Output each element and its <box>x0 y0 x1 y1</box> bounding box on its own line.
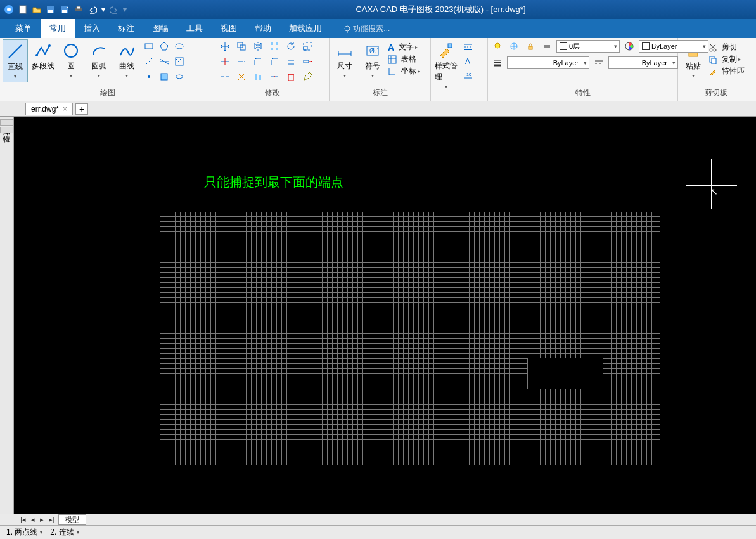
redo-icon[interactable] <box>108 3 120 16</box>
rail-properties[interactable]: 特性 <box>0 127 13 133</box>
line-style-icon[interactable] <box>461 39 475 53</box>
linetype-icon[interactable] <box>592 56 606 70</box>
tab-tools[interactable]: 工具 <box>177 19 212 38</box>
nav-next-icon[interactable]: ▸ <box>39 516 45 524</box>
symbol-button[interactable]: Ø.1 符号▾ <box>360 39 385 81</box>
cursor-icon: ↖ <box>710 186 718 197</box>
polyline-button[interactable]: 多段线 <box>30 39 56 74</box>
table-icon <box>388 55 397 64</box>
rail-library[interactable]: 图库 <box>0 119 13 126</box>
drawing-canvas[interactable]: 只能捕捉到最下面的端点 ↖ <box>14 117 756 514</box>
edit-icon[interactable] <box>300 70 314 84</box>
match-button[interactable]: 特性匹 <box>708 66 745 77</box>
save-icon[interactable] <box>44 3 57 16</box>
open-icon[interactable] <box>30 3 43 16</box>
array-icon[interactable] <box>267 39 281 53</box>
region-icon[interactable] <box>172 70 186 84</box>
status-bar: 1. 两点线 ▾ 2. 连续 ▾ <box>0 525 756 539</box>
join-icon[interactable] <box>267 70 281 84</box>
block-icon[interactable] <box>157 70 171 84</box>
erase-icon[interactable] <box>284 70 298 84</box>
rotate-icon[interactable] <box>284 39 298 53</box>
lineweight-combo[interactable]: ByLayer <box>507 56 589 69</box>
tab-view[interactable]: 视图 <box>212 19 246 38</box>
layer-bulb-icon[interactable] <box>490 39 504 53</box>
offset-icon[interactable] <box>284 55 298 68</box>
new-icon[interactable] <box>16 3 29 16</box>
color-wheel-icon[interactable] <box>622 39 636 53</box>
ellipse-icon[interactable] <box>172 39 186 53</box>
add-tab-button[interactable]: + <box>75 103 88 115</box>
layer-lock-icon[interactable] <box>523 39 537 53</box>
tab-common[interactable]: 常用 <box>41 19 75 38</box>
cut-button[interactable]: 剪切 <box>708 42 745 53</box>
stretch-icon[interactable] <box>300 55 314 68</box>
dimension-button[interactable]: 尺寸▾ <box>332 39 357 81</box>
fillet-icon[interactable] <box>251 55 265 68</box>
undo-dropdown-icon[interactable]: ▾ <box>100 3 106 16</box>
hatch-icon[interactable] <box>172 55 186 68</box>
scale-icon[interactable] <box>300 39 314 53</box>
mirror-icon[interactable] <box>251 39 265 53</box>
lineweight-icon[interactable] <box>490 56 504 70</box>
nav-first-icon[interactable]: |◂ <box>19 516 27 524</box>
align-icon[interactable] <box>251 70 265 84</box>
chamfer-icon[interactable] <box>267 55 281 68</box>
svg-rect-30 <box>276 42 278 45</box>
app-icon[interactable] <box>3 3 15 16</box>
ray-icon[interactable] <box>142 55 156 68</box>
print-icon[interactable] <box>72 3 85 16</box>
copy-icon[interactable] <box>234 39 248 53</box>
tab-addins[interactable]: 加载应用 <box>280 19 331 38</box>
layer-combo[interactable]: 0层 <box>556 40 620 53</box>
search-hint[interactable]: 功能搜索... <box>331 23 396 38</box>
tab-frame[interactable]: 图幅 <box>143 19 177 38</box>
break-icon[interactable] <box>218 70 232 84</box>
doc-tab[interactable]: err.dwg* × <box>25 103 73 115</box>
spline-button[interactable]: 曲线▾ <box>114 39 139 81</box>
line-button[interactable]: 直线▾ <box>3 39 28 82</box>
model-tab[interactable]: 模型 <box>58 514 86 525</box>
linetype-combo[interactable]: ByLayer <box>608 56 678 69</box>
move-icon[interactable] <box>218 39 232 53</box>
menu-file[interactable]: 菜单 <box>6 19 41 38</box>
panel-style-label <box>433 92 485 103</box>
redo-dropdown-icon[interactable]: ▾ <box>122 3 128 16</box>
coord-button[interactable]: 坐标 ▸ <box>388 66 420 77</box>
nav-prev-icon[interactable]: ◂ <box>30 516 36 524</box>
style-manager-button[interactable]: 样式管理▾ <box>433 39 459 92</box>
text-style-icon[interactable]: A <box>461 55 475 68</box>
text-button[interactable]: A 文字 ▸ <box>388 42 420 53</box>
copy-button[interactable]: 复制 ▸ <box>708 54 745 65</box>
panel-annotate-label: 标注 <box>332 86 428 100</box>
table-button[interactable]: 表格 <box>388 54 420 65</box>
rect-icon[interactable] <box>142 39 156 53</box>
tab-help[interactable]: 帮助 <box>246 19 280 38</box>
status-mode-2[interactable]: 2. 连续 ▾ <box>50 527 79 538</box>
extend-icon[interactable] <box>234 55 248 68</box>
point-icon[interactable] <box>142 70 156 84</box>
polygon-icon[interactable] <box>157 39 171 53</box>
tab-annotate[interactable]: 标注 <box>109 19 143 38</box>
xline-icon[interactable] <box>157 55 171 68</box>
status-mode-1[interactable]: 1. 两点线 ▾ <box>6 527 42 538</box>
svg-rect-4 <box>48 10 53 13</box>
close-icon[interactable]: × <box>63 105 67 114</box>
color-combo[interactable]: ByLayer <box>639 40 708 53</box>
layer-freeze-icon[interactable] <box>507 39 521 53</box>
svg-point-9 <box>345 26 350 31</box>
tab-insert[interactable]: 插入 <box>75 19 109 38</box>
undo-icon[interactable] <box>86 3 99 16</box>
saveas-icon[interactable] <box>58 3 71 16</box>
svg-point-24 <box>148 75 150 78</box>
layout-navbar: |◂ ◂ ▸ ▸| 模型 <box>0 514 756 525</box>
nav-last-icon[interactable]: ▸| <box>48 516 56 524</box>
trim-icon[interactable] <box>218 55 232 68</box>
circle-button[interactable]: 圆▾ <box>58 39 84 81</box>
app-title: CAXA CAD 电子图板 2023(机械版) - [err.dwg*] <box>128 4 753 15</box>
layer-print-icon[interactable] <box>540 39 554 53</box>
explode-icon[interactable] <box>234 70 248 84</box>
svg-point-1 <box>7 8 11 11</box>
dim-style-icon[interactable]: 10 <box>461 70 475 84</box>
arc-button[interactable]: 圆弧▾ <box>86 39 112 81</box>
